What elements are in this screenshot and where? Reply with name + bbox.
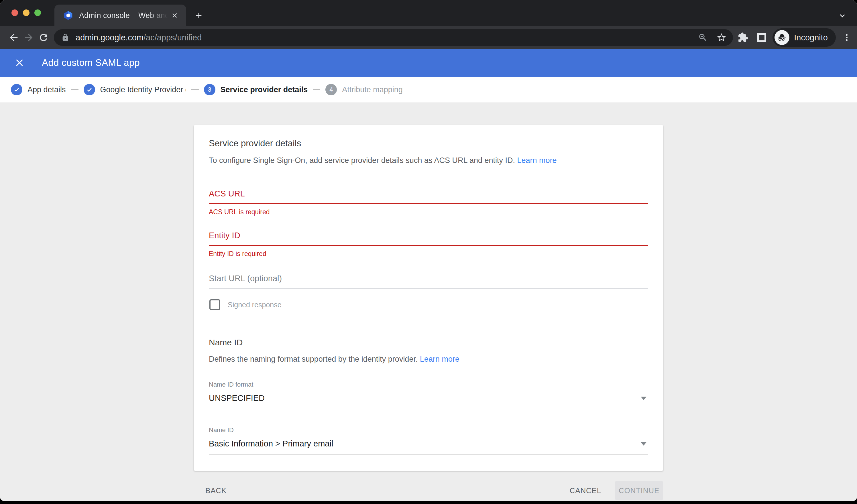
cancel-button[interactable]: CANCEL [570,486,601,495]
admin-console-favicon [63,10,73,21]
url-path: /ac/apps/unified [144,33,202,42]
tab-title: Admin console – Web and mob [79,11,170,20]
wizard-stepper: App details Google Identity Provider det… [0,77,857,103]
traffic-lights [12,10,41,16]
step-connector [71,89,79,90]
browser-tab[interactable]: Admin console – Web and mob [54,4,186,26]
entity-id-field: Entity ID is required [209,231,648,258]
reload-icon[interactable] [36,30,51,45]
address-bar[interactable]: admin.google.com/ac/apps/unified [54,29,733,46]
acs-url-field: ACS URL is required [209,189,648,216]
learn-more-link[interactable]: Learn more [517,156,557,165]
name-id-description: Defines the naming format supported by t… [209,355,648,364]
name-id-mapping-select[interactable]: Basic Information > Primary email [209,434,648,455]
incognito-badge[interactable]: Incognito [773,28,836,47]
continue-button[interactable]: CONTINUE [615,481,663,500]
minimize-window-button[interactable] [23,10,30,16]
card-title: Service provider details [209,138,648,149]
step-label: Service provider details [221,85,308,94]
incognito-label: Incognito [794,33,828,43]
new-tab-button[interactable] [191,7,207,23]
browser-window: Admin console – Web and mob admin.google… [0,0,857,501]
service-provider-card: Service provider details To configure Si… [194,125,663,471]
signed-response-checkbox[interactable] [209,299,220,310]
name-id-mapping-group: Name ID Basic Information > Primary emai… [209,426,648,455]
step-attribute-mapping[interactable]: 4 Attribute mapping [325,84,403,95]
name-id-format-label: Name ID format [209,381,648,388]
dialog-header: Add custom SAML app [0,49,857,77]
signed-response-label: Signed response [228,301,282,309]
browser-menu-icon[interactable] [842,32,852,43]
signed-response-row: Signed response [209,299,648,310]
back-icon[interactable] [6,30,21,45]
back-button[interactable]: BACK [205,486,226,495]
name-id-mapping-value: Basic Information > Primary email [209,439,333,449]
start-url-input[interactable] [209,274,648,289]
step-app-details[interactable]: App details [11,84,66,95]
tab-search-chevron-icon[interactable] [838,11,847,21]
tab-close-icon[interactable] [170,10,180,21]
card-description: To configure Single Sign-On, add service… [209,156,648,165]
zoom-out-icon[interactable] [698,33,708,43]
close-window-button[interactable] [12,10,18,16]
extensions-puzzle-icon[interactable] [738,32,749,43]
name-id-learn-more-link[interactable]: Learn more [420,355,459,364]
step-check-icon [84,84,95,95]
name-id-format-group: Name ID format UNSPECIFIED [209,381,648,409]
step-label: Google Identity Provider details [100,85,186,94]
dropdown-caret-icon [641,442,646,446]
lock-icon[interactable] [61,34,69,41]
entity-id-error: Entity ID is required [209,250,648,258]
dialog-title: Add custom SAML app [42,57,140,68]
name-id-mapping-label: Name ID [209,426,648,434]
step-number: 3 [204,84,215,95]
name-id-format-value: UNSPECIFIED [209,393,265,403]
step-connector [191,89,199,90]
step-number: 4 [325,84,337,95]
start-url-field [209,274,648,289]
step-label: App details [28,85,66,94]
step-google-idp-details[interactable]: Google Identity Provider details [84,84,186,95]
name-id-format-select[interactable]: UNSPECIFIED [209,389,648,409]
browser-toolbar: admin.google.com/ac/apps/unified Incogni… [0,26,857,49]
bookmark-star-icon[interactable] [716,32,727,43]
step-check-icon [11,84,22,95]
step-connector [313,89,320,90]
url-text: admin.google.com/ac/apps/unified [75,33,698,43]
close-dialog-icon[interactable] [13,56,26,69]
dialog-body: Service provider details To configure Si… [0,103,857,501]
step-service-provider-details[interactable]: 3 Service provider details [204,84,308,95]
tab-strip: Admin console – Web and mob [0,0,857,26]
url-domain: admin.google.com [75,33,144,42]
name-id-title: Name ID [209,338,648,347]
step-label: Attribute mapping [342,85,403,94]
forward-icon [21,30,36,45]
incognito-icon [774,30,789,45]
maximize-window-button[interactable] [34,10,41,16]
acs-url-input[interactable] [209,189,648,204]
entity-id-input[interactable] [209,231,648,246]
side-panel-icon[interactable] [757,33,766,42]
dropdown-caret-icon [641,397,646,400]
acs-url-error: ACS URL is required [209,208,648,216]
wizard-actions: BACK CANCEL CONTINUE [194,481,663,500]
